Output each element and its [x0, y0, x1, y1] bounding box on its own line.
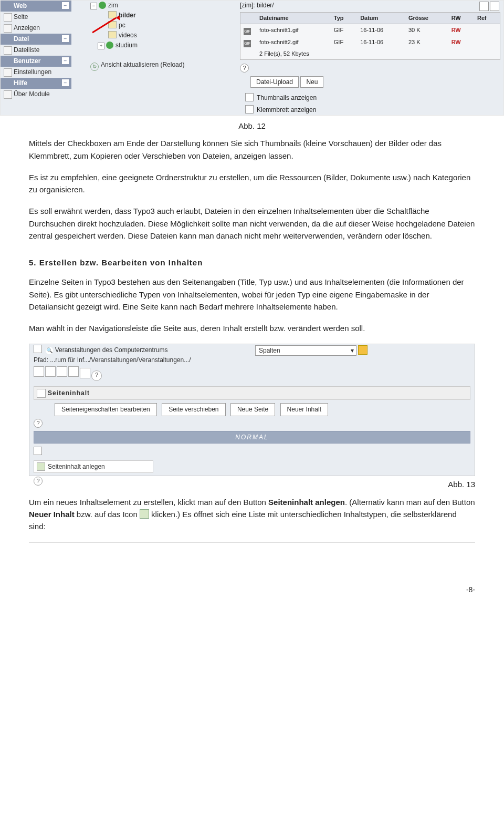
tree-collapse-icon[interactable]: −	[90, 3, 97, 9]
sidebar-item-uebermodule[interactable]: Über Module	[1, 89, 71, 100]
thumbnails-label: Thumbnails anzeigen	[257, 94, 317, 101]
btn-seiteninhalt-anlegen[interactable]: Seiteninhalt anlegen	[34, 460, 153, 473]
caption-abb12: Abb. 12	[0, 120, 504, 132]
breadcrumb-path: Pfad: ...rum für Inf.../Veranstaltungen/…	[29, 356, 475, 364]
btn-neue-seite[interactable]: Neue Seite	[230, 403, 275, 416]
page-number: -8-	[0, 584, 475, 596]
new-button[interactable]: Neu	[300, 76, 323, 88]
page-icon	[34, 447, 42, 455]
folder-icon	[108, 31, 117, 38]
tree-expand-icon[interactable]: +	[98, 43, 104, 49]
reload-label[interactable]: Ansicht aktualisieren (Reload)	[101, 61, 184, 68]
tree-node-pc[interactable]: pc	[119, 22, 125, 29]
col-dateiname[interactable]: Dateiname	[256, 13, 331, 24]
toolbar-icon[interactable]	[57, 366, 67, 377]
add-content-icon	[37, 462, 45, 471]
collapse-icon[interactable]: −	[62, 79, 69, 86]
tree-root[interactable]: zim	[108, 2, 118, 9]
filelist-icon	[4, 46, 12, 55]
file-row[interactable]: GIF foto-schnitt2.gifGIF16-11-0623 KRW	[240, 36, 500, 48]
btn-seiteneigenschaften[interactable]: Seiteneigenschaften bearbeiten	[55, 403, 157, 416]
gif-icon: GIF	[244, 40, 251, 47]
paragraph: Es ist zu empfehlen, eine geeignete Ordn…	[29, 171, 475, 196]
tree-node-videos[interactable]: videos	[119, 32, 137, 39]
sidebar-item-anzeigen[interactable]: Anzeigen	[1, 23, 71, 34]
file-summary: 2 File(s), 52 Kbytes	[256, 48, 500, 60]
tree-node-studium[interactable]: studium	[116, 42, 138, 49]
sidebar-group-hilfe[interactable]: Hilfe−	[1, 78, 71, 89]
toolbar-icon[interactable]	[68, 366, 79, 377]
globe-icon	[106, 42, 113, 49]
collapse-icon[interactable]: −	[62, 35, 69, 42]
user-icon	[4, 68, 12, 77]
btn-neuer-inhalt[interactable]: Neuer Inhalt	[280, 403, 328, 416]
collapse-icon[interactable]: −	[62, 2, 69, 9]
thumbnails-checkbox[interactable]	[245, 93, 254, 101]
footer-rule	[29, 542, 475, 542]
clipboard-label: Klemmbrett anzeigen	[257, 106, 316, 114]
reload-icon[interactable]: ↻	[90, 63, 99, 71]
sidebar-item-seite[interactable]: Seite	[1, 12, 71, 23]
paragraph: Man wählt in der Navigationsleiste die S…	[29, 322, 475, 334]
upload-button[interactable]: Datei-Upload	[250, 76, 299, 88]
paragraph: Einzelne Seiten in Typo3 bestehen aus de…	[29, 276, 475, 313]
page-title: Veranstaltungen des Computerzentrums	[55, 346, 168, 354]
toolbar-icon[interactable]	[34, 366, 44, 377]
add-content-icon	[140, 509, 149, 519]
collapse-icon[interactable]: −	[62, 57, 69, 64]
content-icon	[37, 389, 46, 398]
magnifier-icon: 🔍	[46, 347, 53, 354]
page-icon	[34, 345, 42, 353]
col-groesse[interactable]: Grösse	[405, 13, 448, 24]
col-rw[interactable]: RW	[448, 13, 474, 24]
btn-seite-verschieben[interactable]: Seite verschieben	[162, 403, 225, 416]
sidebar-item-dateiliste[interactable]: Dateiliste	[1, 45, 71, 56]
sidebar-item-einstellungen[interactable]: Einstellungen	[1, 67, 71, 78]
screenshot-abb13: 🔍 Veranstaltungen des Computerzentrums S…	[29, 344, 475, 476]
file-row[interactable]: GIF foto-schnitt1.gifGIF16-11-0630 KRW	[240, 24, 500, 37]
tree-node-bilder[interactable]: bilder	[119, 12, 136, 19]
folder-path: [zim]: bilder/	[240, 2, 274, 9]
gif-icon: GIF	[244, 28, 251, 35]
column-normal-header: NORMAL	[34, 431, 470, 444]
paragraph: Mittels der Checkboxen am Ende der Darst…	[29, 137, 475, 162]
help-icon[interactable]: ?	[91, 370, 102, 381]
heading-5: 5. Erstellen bzw. Bearbeiten von Inhalte…	[29, 256, 475, 269]
sidebar-group-web[interactable]: Web−	[1, 1, 71, 12]
magnifier-icon	[4, 24, 12, 33]
globe-icon	[99, 2, 106, 9]
paragraph: Es soll erwähnt werden, dass Typo3 auch …	[29, 205, 475, 242]
screenshot-abb12: Web− Seite Anzeigen Datei− Dateiliste Be…	[0, 0, 504, 116]
panel-seiteninhalt: Seiteninhalt	[34, 386, 470, 400]
clipboard-checkbox[interactable]	[245, 105, 254, 114]
toolbar-icon[interactable]	[45, 366, 56, 377]
about-icon	[4, 90, 12, 99]
sidebar-group-datei[interactable]: Datei−	[1, 34, 71, 45]
col-ref[interactable]: Ref	[474, 13, 500, 24]
columns-select[interactable]: Spalten	[255, 345, 356, 356]
nav-back-icon[interactable]	[490, 2, 499, 11]
help-icon[interactable]: ?	[34, 419, 43, 428]
col-typ[interactable]: Typ	[331, 13, 357, 24]
paragraph: Um ein neues Inhaltselement zu erstellen…	[29, 496, 475, 533]
help-icon[interactable]: ?	[34, 477, 43, 486]
col-datum[interactable]: Datum	[357, 13, 405, 24]
edit-icon[interactable]	[80, 368, 90, 378]
file-table: Dateiname Typ Datum Grösse RW Ref GIF fo…	[240, 12, 500, 60]
help-icon[interactable]: ?	[240, 64, 249, 73]
edit-icon[interactable]	[358, 345, 368, 355]
sidebar-group-benutzer[interactable]: Benutzer−	[1, 56, 71, 67]
folder-icon	[108, 11, 117, 18]
page-icon	[4, 13, 12, 22]
folder-icon	[108, 21, 117, 28]
nav-up-icon[interactable]	[479, 2, 489, 11]
